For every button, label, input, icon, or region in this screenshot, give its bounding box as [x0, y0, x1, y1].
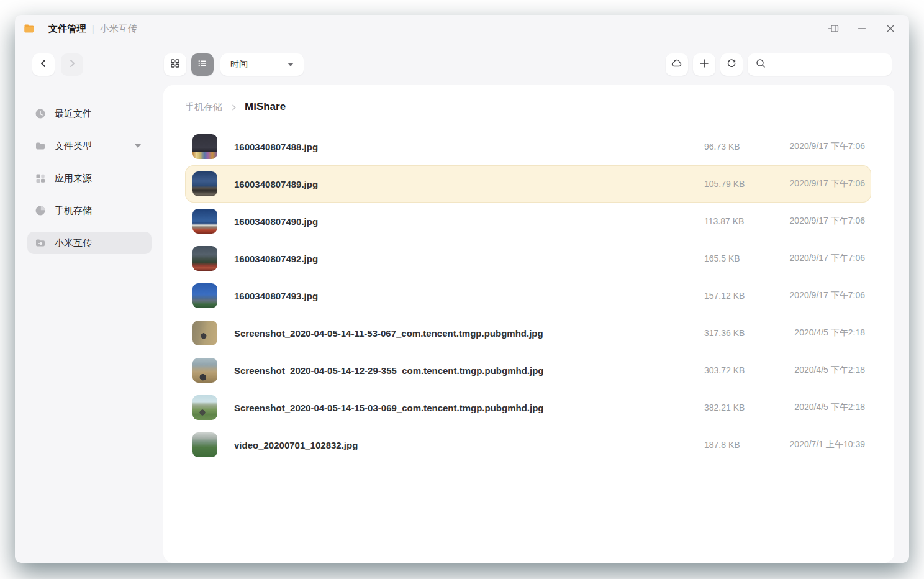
file-thumbnail: [192, 395, 217, 420]
file-date: 2020/9/17 下午7:06: [779, 141, 865, 152]
cloud-button[interactable]: [666, 53, 688, 76]
list-view-button[interactable]: [191, 53, 214, 76]
toolbar: 时间: [15, 53, 909, 76]
file-size: 157.12 KB: [704, 291, 779, 301]
title-bar: 文件管理 | 小米互传: [15, 15, 909, 42]
file-size: 317.36 KB: [704, 328, 779, 338]
app-subtitle: 小米互传: [100, 23, 137, 35]
sidebar-item-label: 手机存储: [55, 205, 92, 217]
file-thumbnail: [192, 358, 217, 383]
sidebar-item-label: 小米互传: [55, 237, 92, 249]
file-size: 187.8 KB: [704, 440, 779, 450]
phone-storage-icon: [35, 205, 46, 216]
file-row[interactable]: Screenshot_2020-04-05-14-15-03-069_com.t…: [185, 389, 871, 426]
close-icon[interactable]: [884, 22, 897, 35]
sidebar-item-mishare[interactable]: 小米互传: [27, 232, 152, 254]
file-thumbnail: [192, 321, 217, 345]
breadcrumb-current: MiShare: [245, 101, 286, 113]
folder-app-icon: [24, 24, 35, 34]
file-thumbnail: [192, 432, 217, 457]
sidebar-item-label: 文件类型: [55, 140, 92, 152]
sort-dropdown-label: 时间: [230, 59, 248, 70]
back-button[interactable]: [32, 53, 55, 76]
sidebar-item-label: 最近文件: [55, 108, 92, 120]
file-name: Screenshot_2020-04-05-14-12-29-355_com.t…: [234, 365, 704, 376]
toolbar-right: [666, 53, 892, 76]
breadcrumb: 手机存储 MiShare: [163, 85, 894, 113]
refresh-button[interactable]: [720, 53, 743, 76]
file-list: 1600340807488.jpg 96.73 KB 2020/9/17 下午7…: [185, 128, 871, 463]
content-panel: 手机存储 MiShare 1600340807488.jpg 96.73 KB …: [163, 85, 894, 563]
file-thumbnail: [192, 283, 217, 308]
file-row[interactable]: Screenshot_2020-04-05-14-12-29-355_com.t…: [185, 352, 871, 389]
forward-button[interactable]: [61, 53, 83, 76]
file-thumbnail: [192, 209, 217, 234]
file-thumbnail: [192, 134, 217, 159]
sidebar-nav: 最近文件 文件类型 应用来源 手机存储 小米互传: [27, 103, 152, 254]
file-date: 2020/9/17 下午7:06: [779, 178, 865, 189]
file-name: 1600340807490.jpg: [234, 216, 704, 227]
file-name: 1600340807488.jpg: [234, 142, 704, 152]
pin-icon[interactable]: [827, 22, 840, 35]
refresh-icon: [726, 58, 737, 71]
file-name: Screenshot_2020-04-05-14-11-53-067_com.t…: [234, 328, 704, 339]
sidebar-item-recent[interactable]: 最近文件: [27, 103, 152, 125]
sidebar-item-label: 应用来源: [55, 173, 92, 185]
file-name: 1600340807489.jpg: [234, 179, 704, 189]
grid-view-icon: [170, 58, 181, 71]
minimize-icon[interactable]: [856, 22, 868, 35]
grid-view-button[interactable]: [164, 53, 186, 76]
file-date: 2020/9/17 下午7:06: [779, 290, 865, 301]
file-name: 1600340807493.jpg: [234, 291, 704, 301]
cloud-icon: [671, 57, 683, 72]
file-size: 113.87 KB: [704, 216, 779, 226]
chevron-down-icon: [288, 63, 294, 66]
clock-icon: [35, 108, 46, 119]
file-thumbnail: [192, 171, 217, 196]
sidebar-item-file-types[interactable]: 文件类型: [27, 135, 152, 157]
file-row[interactable]: 1600340807488.jpg 96.73 KB 2020/9/17 下午7…: [185, 128, 871, 165]
chevron-down-icon: [135, 144, 141, 148]
search-box[interactable]: [748, 53, 892, 76]
search-input[interactable]: [771, 59, 886, 70]
file-date: 2020/4/5 下午2:18: [779, 327, 865, 339]
chevron-left-icon: [38, 58, 49, 71]
file-row[interactable]: Screenshot_2020-04-05-14-11-53-067_com.t…: [185, 314, 871, 352]
file-date: 2020/9/17 下午7:06: [779, 216, 865, 227]
file-row[interactable]: 1600340807489.jpg 105.79 KB 2020/9/17 下午…: [185, 165, 871, 203]
file-size: 382.21 KB: [704, 403, 779, 413]
file-size: 105.79 KB: [704, 179, 779, 189]
file-size: 165.5 KB: [704, 253, 779, 263]
file-type-icon: [35, 140, 46, 152]
chevron-right-icon: [66, 58, 78, 71]
file-date: 2020/7/1 上午10:39: [779, 439, 865, 450]
file-row[interactable]: 1600340807493.jpg 157.12 KB 2020/9/17 下午…: [185, 277, 871, 314]
app-title: 文件管理: [48, 23, 86, 35]
app-source-icon: [35, 173, 46, 184]
file-date: 2020/9/17 下午7:06: [779, 253, 865, 264]
file-manager-window: 文件管理 | 小米互传 时间 最近文件: [15, 15, 909, 563]
file-name: Screenshot_2020-04-05-14-15-03-069_com.t…: [234, 403, 704, 413]
file-date: 2020/4/5 下午2:18: [779, 365, 865, 376]
file-size: 96.73 KB: [704, 142, 779, 152]
mishare-icon: [35, 237, 46, 248]
file-size: 303.72 KB: [704, 365, 779, 375]
search-icon: [755, 58, 766, 71]
file-name: video_20200701_102832.jpg: [234, 440, 704, 450]
file-date: 2020/4/5 下午2:18: [779, 402, 865, 413]
sidebar-item-phone-storage[interactable]: 手机存储: [27, 199, 152, 222]
list-view-icon: [197, 58, 208, 71]
breadcrumb-parent[interactable]: 手机存储: [185, 101, 222, 113]
title-separator: |: [92, 24, 94, 34]
sort-dropdown[interactable]: 时间: [220, 53, 304, 76]
file-name: 1600340807492.jpg: [234, 253, 704, 264]
plus-icon: [699, 58, 710, 71]
sidebar-item-app-source[interactable]: 应用来源: [27, 167, 152, 189]
window-controls: [827, 22, 897, 35]
add-button[interactable]: [693, 53, 715, 76]
file-row[interactable]: 1600340807490.jpg 113.87 KB 2020/9/17 下午…: [185, 203, 871, 240]
file-thumbnail: [192, 246, 217, 271]
chevron-right-icon: [230, 103, 238, 112]
file-row[interactable]: video_20200701_102832.jpg 187.8 KB 2020/…: [185, 426, 871, 463]
file-row[interactable]: 1600340807492.jpg 165.5 KB 2020/9/17 下午7…: [185, 240, 871, 277]
